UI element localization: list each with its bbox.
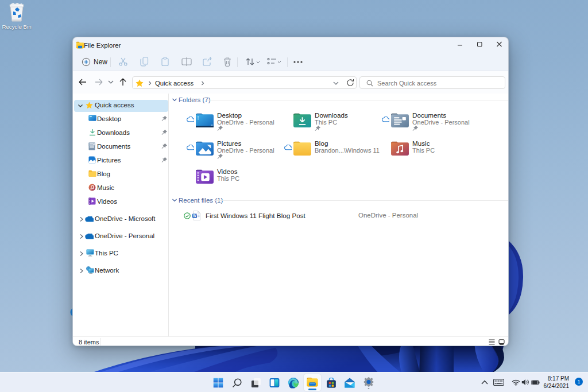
svg-text:W: W [193,214,197,218]
